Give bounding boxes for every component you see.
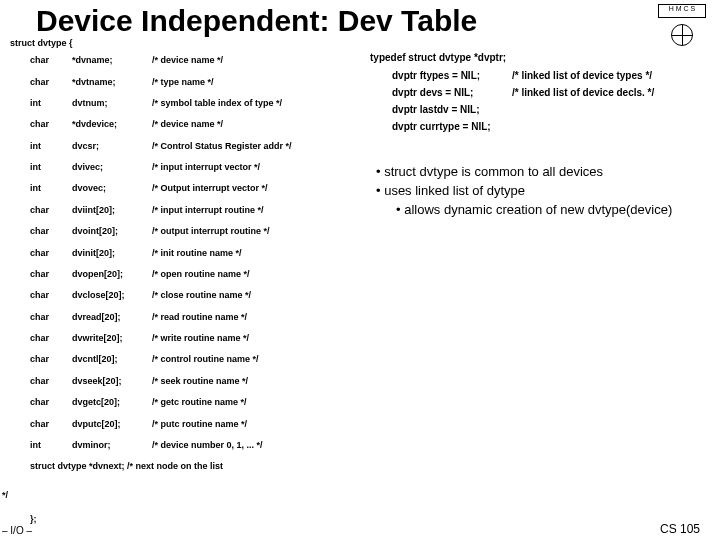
typedef-row: dvptr devs = NIL;/* linked list of devic… [370, 84, 720, 101]
field-row: chardvputc[20];/* putc routine name */ [30, 413, 370, 434]
struct-open: struct dvtype { [0, 38, 720, 50]
field-row: char*dvtname;/* type name */ [30, 71, 370, 92]
field-row: chardvseek[20];/* seek routine name */ [30, 371, 370, 392]
typedef-row: dvptr currtype = NIL; [370, 118, 720, 135]
content: char*dvname;/* device name */ char*dvtna… [0, 50, 720, 476]
struct-next: struct dvtype *dvnext; /* next node on t… [30, 456, 370, 476]
field-row: intdvivec;/* input interrupt vector */ [30, 157, 370, 178]
footer-course: CS 105 [660, 522, 700, 536]
field-row: chardvoint[20];/* output interrupt routi… [30, 221, 370, 242]
struct-body: char*dvname;/* device name */ char*dvtna… [0, 50, 370, 476]
typedef-row: dvptr lastdv = NIL; [370, 101, 720, 118]
field-row: intdvcsr;/* Control Status Register addr… [30, 136, 370, 157]
bullet-1: • struct dvtype is common to all devices [376, 163, 710, 182]
typedef-line: typedef struct dvtype *dvptr; [370, 52, 720, 67]
field-row: chardvwrite[20];/* write routine name */ [30, 328, 370, 349]
field-row: chardviint[20];/* input interrupt routin… [30, 200, 370, 221]
right-col: typedef struct dvtype *dvptr; dvptr ftyp… [370, 50, 720, 476]
field-row: chardvread[20];/* read routine name */ [30, 307, 370, 328]
struct-close: }; [24, 510, 37, 524]
footer-io: – I/O – [2, 525, 32, 536]
field-row: intdvtnum;/* symbol table index of type … [30, 93, 370, 114]
logo-text: H M C S [658, 4, 706, 18]
logo-badge: H M C S [652, 4, 712, 54]
field-row: chardvopen[20];/* open routine name */ [30, 264, 370, 285]
page-title: Device Independent: Dev Table [0, 0, 720, 38]
wheel-icon [671, 24, 693, 46]
bullet-2: • uses linked list of dytype [376, 182, 710, 201]
field-row: chardvinit[20];/* init routine name */ [30, 242, 370, 263]
field-row: intdvminor;/* device number 0, 1, ... */ [30, 435, 370, 456]
field-row: intdvovec;/* Output interrupt vector */ [30, 178, 370, 199]
bullets: • struct dvtype is common to all devices… [370, 135, 720, 220]
bullet-3: • allows dynamic creation of new dvtype(… [376, 201, 710, 220]
field-row: chardvgetc[20];/* getc routine name */ [30, 392, 370, 413]
field-row: char*dvdevice;/* device name */ [30, 114, 370, 135]
field-row: chardvcntl[20];/* control routine name *… [30, 349, 370, 370]
field-row: chardvclose[20];/* close routine name */ [30, 285, 370, 306]
end-comment: */ [2, 490, 8, 500]
field-row: char*dvname;/* device name */ [30, 50, 370, 71]
typedef-row: dvptr ftypes = NIL;/* linked list of dev… [370, 67, 720, 84]
